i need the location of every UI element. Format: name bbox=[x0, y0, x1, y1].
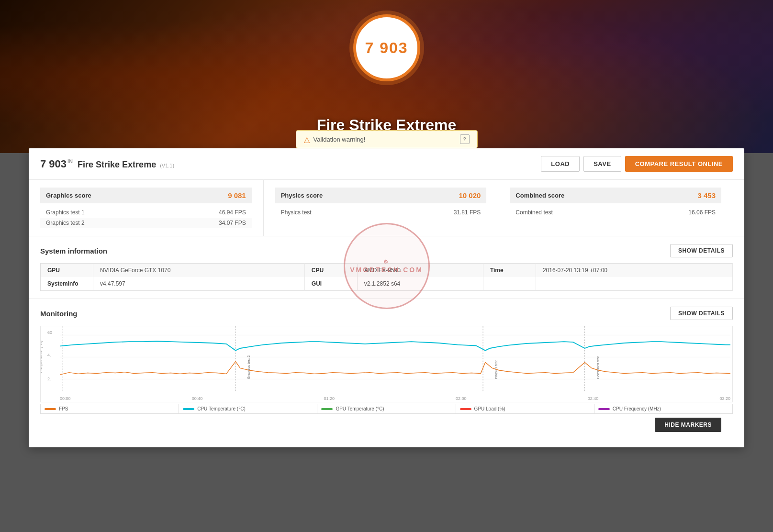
physics-test-row: Physics test 31.81 FPS bbox=[275, 207, 487, 218]
y-label-40: 4. bbox=[47, 353, 51, 357]
panel-title-area: 7 903IN Fire Strike Extreme (V1.1) bbox=[40, 158, 174, 170]
combined-score-label: Combined score bbox=[515, 192, 564, 199]
graphics-test-2-value: 34.07 FPS bbox=[219, 220, 246, 226]
sys-cpu-key: CPU bbox=[304, 264, 357, 277]
y-axis-label: Temperature (°C) bbox=[40, 359, 43, 374]
system-info-title: System information bbox=[40, 247, 107, 255]
panel-actions: LOAD SAVE COMPARE RESULT ONLINE bbox=[541, 156, 733, 172]
sys-info-row-sysinfo: SystemInfo v4.47.597 GUI v2.1.2852 s64 bbox=[41, 277, 733, 291]
x-label-1: 00:40 bbox=[192, 396, 203, 401]
x-label-4: 02:40 bbox=[588, 396, 599, 401]
graphics-test-1-row: Graphics test 1 46.94 FPS bbox=[40, 207, 252, 218]
sys-sysinfo-value: v4.47.597 bbox=[93, 277, 305, 291]
x-label-3: 02:00 bbox=[456, 396, 467, 401]
score-circle: 7 903 bbox=[353, 14, 420, 81]
svg-text:Graphics test 2: Graphics test 2 bbox=[246, 355, 251, 379]
sys-cpu-value: AMD FX-9590 bbox=[357, 264, 483, 277]
physics-score-block: Physics score 10 020 Physics test 31.81 … bbox=[264, 180, 499, 236]
legend-cpu-freq-label: CPU Frequency (MHz) bbox=[613, 406, 661, 411]
graphics-test-1-value: 46.94 FPS bbox=[219, 209, 246, 216]
chart-legend: FPS CPU Temperature (°C) GPU Temperature… bbox=[40, 404, 733, 414]
combined-test-value: 16.06 FPS bbox=[688, 209, 716, 216]
physics-test-label: Physics test bbox=[281, 209, 312, 216]
svg-text:Combined test: Combined test bbox=[595, 356, 600, 379]
sys-gpu-value: NVIDIA GeForce GTX 1070 bbox=[93, 264, 305, 277]
graphics-test-2-row: Graphics test 2 34.07 FPS bbox=[40, 218, 252, 228]
sys-info-row-gpu: GPU NVIDIA GeForce GTX 1070 CPU AMD FX-9… bbox=[41, 264, 733, 277]
panel-version: (V1.1) bbox=[160, 163, 174, 168]
legend-fps-color bbox=[45, 408, 56, 410]
hero-score: 7 903 bbox=[365, 39, 408, 57]
panel-score-in: IN bbox=[67, 158, 73, 164]
x-label-5: 03:20 bbox=[719, 396, 730, 401]
legend-cpu-temp-color bbox=[183, 408, 194, 410]
panel-score: 7 903IN bbox=[40, 158, 74, 170]
main-panel: 7 903IN Fire Strike Extreme (V1.1) LOAD … bbox=[29, 148, 744, 447]
physics-test-value: 31.81 FPS bbox=[454, 209, 481, 216]
warning-icon: △ bbox=[304, 135, 310, 144]
legend-gpu-temp-label: GPU Temperature (°C) bbox=[336, 406, 384, 411]
physics-score-value: 10 020 bbox=[459, 191, 481, 200]
graphics-score-value: 9 081 bbox=[228, 191, 246, 200]
legend-fps-label: FPS bbox=[59, 406, 68, 411]
monitoring-header: Monitoring SHOW DETAILS bbox=[40, 307, 733, 320]
monitoring-show-details-button[interactable]: SHOW DETAILS bbox=[670, 307, 733, 320]
hero-background: 7 903 Fire Strike Extreme △ Validation w… bbox=[0, 0, 773, 153]
save-button[interactable]: SAVE bbox=[583, 156, 621, 172]
monitoring-chart: Temperature (°C) 60 4. 2. Graphics test … bbox=[40, 326, 733, 402]
legend-gpu-temp: GPU Temperature (°C) bbox=[317, 404, 456, 413]
x-label-0: 00:00 bbox=[60, 396, 71, 401]
validation-help-button[interactable]: ? bbox=[460, 134, 470, 144]
system-info-header: System information SHOW DETAILS bbox=[40, 244, 733, 257]
combined-test-row: Combined test 16.06 FPS bbox=[510, 207, 721, 218]
legend-gpu-load-label: GPU Load (%) bbox=[474, 406, 505, 411]
validation-warning-text: Validation warning! bbox=[314, 136, 366, 143]
x-axis-labels: 00:00 00:40 01:20 02:00 02:40 03:20 bbox=[60, 396, 730, 401]
graphics-score-header: Graphics score 9 081 bbox=[40, 188, 252, 203]
physics-score-label: Physics score bbox=[281, 192, 323, 199]
x-label-2: 01:20 bbox=[324, 396, 335, 401]
graphics-test-2-label: Graphics test 2 bbox=[46, 220, 85, 226]
bottom-actions: HIDE MARKERS bbox=[40, 414, 733, 434]
sys-gui-value: v2.1.2852 s64 bbox=[357, 277, 483, 291]
monitoring-title: Monitoring bbox=[40, 310, 77, 318]
legend-cpu-freq-color bbox=[598, 408, 610, 410]
sys-time-value: 2016-07-20 13:19 +07:00 bbox=[536, 264, 732, 277]
sys-empty2 bbox=[536, 277, 732, 291]
system-info-table: GPU NVIDIA GeForce GTX 1070 CPU AMD FX-9… bbox=[40, 263, 733, 291]
physics-score-header: Physics score 10 020 bbox=[275, 188, 487, 203]
y-label-60: 60 bbox=[47, 330, 52, 335]
legend-cpu-temp-label: CPU Temperature (°C) bbox=[197, 406, 246, 411]
combined-test-label: Combined test bbox=[515, 209, 552, 216]
system-info-show-details-button[interactable]: SHOW DETAILS bbox=[670, 244, 733, 257]
panel-score-value: 7 903 bbox=[40, 158, 67, 170]
system-info-section: System information SHOW DETAILS GPU NVID… bbox=[29, 236, 744, 299]
panel-header: 7 903IN Fire Strike Extreme (V1.1) LOAD … bbox=[29, 148, 744, 180]
graphics-score-label: Graphics score bbox=[46, 192, 91, 199]
monitoring-section: Monitoring SHOW DETAILS Temperature (°C)… bbox=[29, 299, 744, 438]
combined-score-block: Combined score 3 453 Combined test 16.06… bbox=[498, 180, 733, 236]
sys-empty1 bbox=[483, 277, 536, 291]
validation-warning-banner: △ Validation warning! ? bbox=[296, 130, 478, 148]
sys-gui-key: GUI bbox=[304, 277, 357, 291]
legend-cpu-freq: CPU Frequency (MHz) bbox=[594, 404, 732, 413]
graphics-test-1-label: Graphics test 1 bbox=[46, 209, 85, 216]
combined-score-header: Combined score 3 453 bbox=[510, 188, 721, 203]
legend-gpu-load-color bbox=[460, 408, 471, 410]
graphics-score-block: Graphics score 9 081 Graphics test 1 46.… bbox=[40, 180, 264, 236]
scores-section: Graphics score 9 081 Graphics test 1 46.… bbox=[29, 180, 744, 236]
sys-gpu-key: GPU bbox=[41, 264, 93, 277]
combined-score-value: 3 453 bbox=[697, 191, 716, 200]
chart-svg: Graphics test 1 Graphics test 2 Physics … bbox=[60, 326, 730, 392]
y-label-20: 2. bbox=[47, 377, 51, 381]
load-button[interactable]: LOAD bbox=[541, 156, 580, 172]
legend-gpu-load: GPU Load (%) bbox=[456, 404, 594, 413]
legend-fps: FPS bbox=[41, 404, 179, 413]
legend-cpu-temp: CPU Temperature (°C) bbox=[179, 404, 317, 413]
hide-markers-button[interactable]: HIDE MARKERS bbox=[655, 418, 721, 432]
legend-gpu-temp-color bbox=[321, 408, 333, 410]
compare-result-online-button[interactable]: COMPARE RESULT ONLINE bbox=[625, 156, 733, 172]
panel-benchmark-name: Fire Strike Extreme bbox=[78, 160, 156, 170]
sys-sysinfo-key: SystemInfo bbox=[41, 277, 93, 291]
sys-time-key: Time bbox=[483, 264, 536, 277]
